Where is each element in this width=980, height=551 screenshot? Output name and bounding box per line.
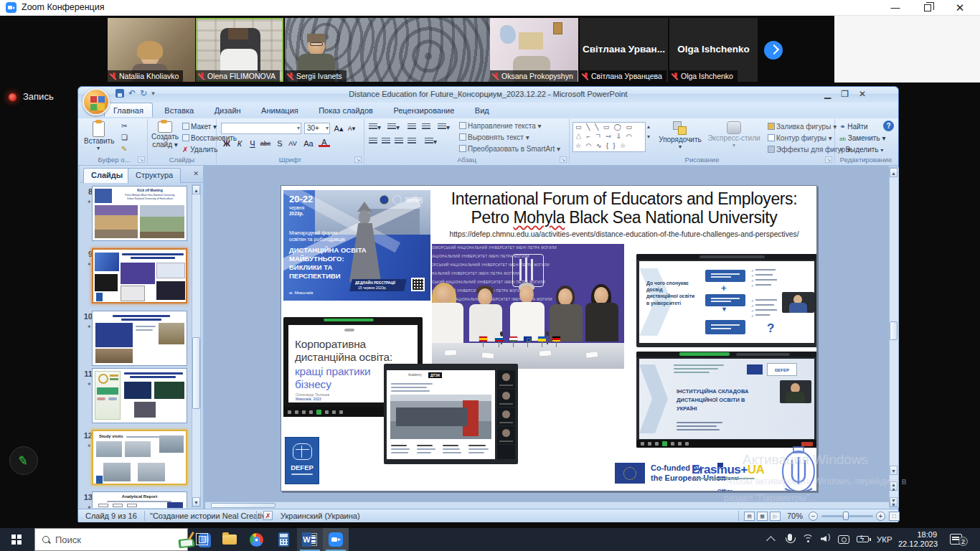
bullets-button[interactable]: ▾ xyxy=(369,123,381,131)
zoom-minimize-button[interactable]: — xyxy=(885,1,906,14)
undo-button[interactable]: ↶ xyxy=(128,89,136,98)
shrink-font-button[interactable]: A▾ xyxy=(346,123,357,134)
participant-tile[interactable]: Oksana Prokopyshyn xyxy=(490,18,578,82)
shapes-gallery[interactable]: ▭ ╲ ╲ ▭ ◯ ▭△ ⌐ ㄱ ⇨ ⇩ ◠☆ ◠ ∿ { } ☆ xyxy=(573,122,646,152)
participant-tile[interactable]: Світлана Урван... Світлана Урванцева xyxy=(580,18,668,82)
tab-pokaz-slaydov[interactable]: Показ слайдов xyxy=(310,103,382,117)
tab-outline-panel[interactable]: Структура xyxy=(128,168,181,183)
shape-fill-button[interactable]: Заливка фигуры ▾ xyxy=(768,123,837,131)
slide-thumbnail-8[interactable]: Kick off Meeting Petro Mohyla Black Sea … xyxy=(92,186,187,241)
qat-customize-button[interactable]: ▾ xyxy=(151,89,155,98)
font-color-button[interactable]: А xyxy=(319,138,330,147)
tab-dizayn[interactable]: Дизайн xyxy=(206,103,250,117)
next-slide-button[interactable]: ▼▼ xyxy=(890,497,897,507)
taskbar-search[interactable]: Поиск xyxy=(34,528,188,551)
format-painter-button[interactable]: ✎ xyxy=(121,145,127,153)
tray-camera-icon[interactable] xyxy=(838,535,849,544)
font-dialog-launcher[interactable]: ↘ xyxy=(354,156,362,163)
tray-language-indicator[interactable]: УКР xyxy=(877,535,892,544)
file-explorer-button[interactable] xyxy=(217,528,242,551)
shape-outline-button[interactable]: Контур фигуры ▾ xyxy=(768,134,832,142)
scroll-up-arrow[interactable]: ▲ xyxy=(890,168,897,177)
delete-slide-button[interactable]: ✗ Удалить xyxy=(182,146,217,154)
font-size-combo[interactable]: 30+ xyxy=(304,123,330,134)
find-button[interactable]: ⚭ Найти xyxy=(839,123,868,131)
shapes-scroll-up[interactable]: ▴ xyxy=(647,123,650,130)
italic-button[interactable]: К xyxy=(234,138,245,149)
scroll-thumb[interactable] xyxy=(890,321,897,340)
chrome-button[interactable] xyxy=(244,528,270,551)
tab-retsenzirovanie[interactable]: Рецензирование xyxy=(385,103,463,117)
zoom-out-button[interactable]: − xyxy=(809,512,818,521)
panel-scrollbar[interactable]: ▲ ▼ xyxy=(192,184,201,507)
layout-button[interactable]: Макет ▾ xyxy=(182,123,217,131)
slide-thumbnail-9-selected[interactable] xyxy=(92,248,187,303)
task-view-button[interactable] xyxy=(189,528,215,551)
zoom-in-button[interactable]: + xyxy=(876,512,885,521)
increase-indent-button[interactable] xyxy=(422,123,430,131)
paste-button[interactable]: Вставить▾ xyxy=(84,121,113,151)
slide-thumbnail-12[interactable]: Study visits xyxy=(92,430,187,485)
tray-volume-icon[interactable] xyxy=(821,536,826,542)
ppt-close-button[interactable]: ✕ xyxy=(859,89,866,99)
tray-expand-chevron[interactable] xyxy=(766,536,776,545)
slide-thumbnail-10[interactable] xyxy=(92,311,187,366)
quick-styles-button[interactable]: Экспресс-стили▾ xyxy=(706,121,762,149)
panel-scroll-thumb[interactable] xyxy=(192,337,200,409)
zoom-button-active[interactable] xyxy=(323,528,349,551)
slide-thumbnail-11[interactable] xyxy=(92,368,187,423)
decrease-indent-button[interactable] xyxy=(407,123,416,131)
tab-vid[interactable]: Вид xyxy=(466,103,498,117)
annotate-button[interactable]: ✎ xyxy=(9,446,38,475)
align-text-button[interactable]: Выровнять текст ▾ xyxy=(459,133,529,141)
theme-name[interactable]: "Создание истории Neal Creative" xyxy=(150,512,273,520)
bold-button[interactable]: Ж xyxy=(221,138,232,149)
participant-tile[interactable]: Sergii Ivanets xyxy=(285,18,490,82)
replace-button[interactable]: ab Заменить ▾ xyxy=(839,134,885,142)
panel-scroll-down[interactable]: ▼ xyxy=(192,497,200,507)
next-participants-button[interactable] xyxy=(764,41,783,60)
grow-font-button[interactable]: A▴ xyxy=(333,123,344,134)
start-button[interactable] xyxy=(0,528,34,551)
align-right-button[interactable] xyxy=(395,138,403,146)
zoom-slider-knob[interactable] xyxy=(843,512,849,520)
convert-smartart-button[interactable]: Преобразовать в SmartArt ▾ xyxy=(459,145,560,153)
cut-button[interactable]: ✂ xyxy=(121,122,127,130)
zoom-close-button[interactable]: ✕ xyxy=(949,1,971,14)
canvas-vertical-scrollbar[interactable]: ▲ ▼ ▲▲ ▼▼ xyxy=(889,167,899,507)
zoom-restore-button[interactable] xyxy=(917,1,938,14)
panel-scroll-up[interactable]: ▲ xyxy=(192,185,200,194)
slide-sorter-view-button[interactable]: ▦ xyxy=(757,512,768,521)
justify-button[interactable] xyxy=(407,138,416,146)
tray-microphone-icon[interactable] xyxy=(788,534,792,541)
redo-button[interactable]: ↻ xyxy=(140,89,147,98)
normal-view-button[interactable]: ▤ xyxy=(744,512,755,521)
help-button[interactable]: ? xyxy=(883,121,894,131)
text-shadow-button[interactable]: S xyxy=(274,138,286,149)
select-button[interactable]: ⌖ Выделить ▾ xyxy=(839,146,884,154)
align-left-button[interactable] xyxy=(369,138,377,146)
ppt-titlebar[interactable]: Distance Education for Future_Консорциум… xyxy=(78,87,898,103)
participant-tile[interactable]: Olga Ishchenko Olga Ishchenko xyxy=(669,18,758,82)
align-center-button[interactable] xyxy=(382,138,390,146)
save-button[interactable] xyxy=(116,89,124,98)
spellcheck-icon[interactable]: ✗ xyxy=(263,511,273,520)
slide-thumbnail-13[interactable]: Analytical Report xyxy=(92,491,187,508)
participant-tile-active-speaker[interactable]: Olena FILIMONOVA xyxy=(196,18,283,82)
word-button-running[interactable]: W xyxy=(297,528,323,551)
participant-tile[interactable]: Nataliia Kholiavko xyxy=(108,18,195,82)
panel-close-button[interactable]: ✕ xyxy=(193,170,199,177)
ppt-restore-button[interactable]: ❐ xyxy=(841,89,849,99)
columns-button[interactable]: ▾ xyxy=(425,138,437,146)
tray-battery-icon[interactable] xyxy=(857,536,869,542)
calculator-button[interactable] xyxy=(271,528,297,551)
font-name-combo[interactable] xyxy=(221,123,301,134)
scroll-down-arrow[interactable]: ▼ xyxy=(890,466,897,475)
strikethrough-button[interactable]: abc xyxy=(260,138,271,149)
drawing-dialog-launcher[interactable]: ↘ xyxy=(825,156,832,163)
change-case-button[interactable]: Aa xyxy=(303,138,314,149)
tray-wifi-icon[interactable] xyxy=(802,534,815,545)
slide-canvas[interactable]: International Forum of Educators and Emp… xyxy=(281,185,817,491)
copy-button[interactable]: ❏ xyxy=(121,133,128,141)
new-slide-button[interactable]: Создатьслайд ▾ xyxy=(149,121,181,149)
